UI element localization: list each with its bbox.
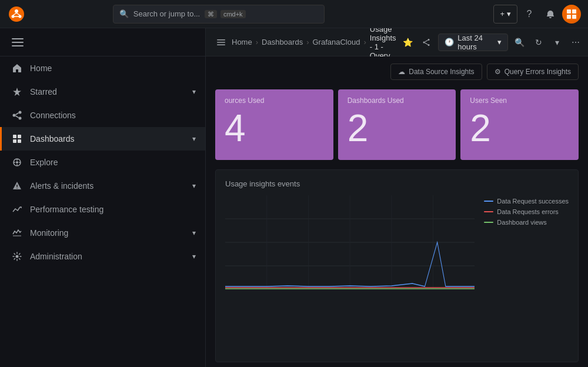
sidebar-item-home[interactable]: Home	[0, 56, 205, 80]
svg-point-22	[16, 161, 18, 164]
svg-rect-9	[572, 9, 576, 14]
dashboards-icon	[11, 133, 23, 145]
svg-point-35	[423, 41, 425, 43]
grafana-logo[interactable]	[7, 5, 26, 24]
sidebar-item-performance-label: Performance testing	[30, 205, 196, 214]
breadcrumb-grafana-cloud[interactable]: GrafanaCloud	[312, 38, 360, 46]
chart-legend: Data Request successes Data Requests err…	[484, 195, 569, 289]
svg-point-34	[428, 39, 430, 41]
legend-line-views	[484, 222, 493, 223]
svg-rect-11	[572, 15, 576, 19]
sidebar-item-administration-label: Administration	[30, 252, 185, 261]
new-chevron: ▾	[507, 9, 511, 18]
svg-point-1	[15, 9, 18, 13]
legend-label-views: Dashboard views	[497, 219, 546, 226]
topbar: 🔍 Search or jump to... ⌘ cmd+k + ▾ ?	[0, 0, 588, 28]
sidebar-item-home-label: Home	[30, 64, 196, 73]
svg-point-28	[16, 188, 17, 188]
stat-card-users-title: Users Seen	[470, 96, 507, 105]
query-errors-insights-label: Query Errors Insights	[505, 68, 571, 76]
hamburger-button[interactable]	[9, 34, 26, 51]
breadcrumb-home[interactable]: Home	[232, 38, 252, 46]
star-dashboard-button[interactable]: ⭐	[401, 34, 415, 51]
svg-line-16	[16, 116, 19, 118]
sidebar-item-starred-label: Starred	[30, 87, 185, 96]
svg-line-37	[425, 40, 428, 42]
refresh-dropdown[interactable]: ▾	[550, 34, 564, 51]
svg-rect-17	[13, 135, 16, 138]
hamburger-line-2	[12, 42, 24, 43]
svg-rect-32	[217, 42, 225, 43]
svg-rect-19	[13, 139, 16, 143]
svg-rect-18	[18, 135, 21, 138]
svg-rect-10	[567, 15, 571, 19]
sidebar: Home Starred ▾ Conne	[0, 28, 206, 367]
sidebar-item-administration[interactable]: Administration ▾	[0, 245, 205, 268]
chart-graph	[225, 195, 475, 289]
stat-card-sources-value: 4	[225, 109, 246, 147]
administration-chevron-icon: ▾	[192, 252, 196, 261]
sidebar-item-starred[interactable]: Starred ▾	[0, 80, 205, 104]
menu-icon[interactable]	[215, 36, 227, 48]
monitoring-chevron-icon: ▾	[192, 229, 196, 237]
svg-point-0	[9, 6, 24, 22]
connections-icon	[11, 109, 23, 121]
sidebar-item-monitoring[interactable]: Monitoring ▾	[0, 221, 205, 245]
more-options-button[interactable]: ⋯	[569, 34, 583, 51]
administration-icon	[11, 251, 23, 262]
help-button[interactable]: ?	[520, 5, 539, 24]
user-avatar[interactable]	[562, 5, 581, 24]
search-bar[interactable]: 🔍 Search or jump to... ⌘ cmd+k	[113, 5, 325, 24]
refresh-button[interactable]: ↻	[532, 34, 546, 51]
home-icon	[11, 62, 23, 74]
search-placeholder: Search or jump to...	[133, 9, 200, 18]
sidebar-item-connections-label: Connections	[30, 111, 196, 120]
svg-point-12	[13, 114, 16, 117]
subheader-actions: ⭐ 🕐 Last 24 hours ▾ 🔍 ↻	[401, 34, 588, 51]
chart-title: Usage insights events	[225, 179, 569, 188]
hamburger-line-1	[12, 38, 24, 39]
plus-icon: +	[500, 9, 505, 18]
star-icon	[11, 86, 23, 98]
svg-rect-31	[217, 39, 225, 41]
svg-rect-8	[567, 9, 571, 14]
time-picker[interactable]: 🕐 Last 24 hours ▾	[438, 34, 508, 51]
svg-point-30	[16, 255, 19, 258]
stat-card-users-value: 2	[470, 109, 491, 147]
breadcrumb-dashboards[interactable]: Dashboards	[262, 38, 303, 46]
sidebar-item-explore-label: Explore	[30, 158, 196, 167]
svg-rect-33	[217, 44, 225, 45]
time-picker-label: Last 24 hours	[457, 34, 494, 51]
sidebar-item-dashboards[interactable]: Dashboards ▾	[0, 127, 205, 151]
legend-line-successes	[484, 201, 493, 202]
cloud-icon: ☁	[398, 68, 405, 76]
stat-cards: ources Used 4 Dashboards Used 2 Users Se…	[206, 85, 588, 165]
monitoring-icon	[11, 227, 23, 239]
svg-point-13	[19, 111, 22, 114]
new-button[interactable]: + ▾	[493, 5, 517, 24]
notifications-button[interactable]	[541, 5, 560, 24]
stat-card-users: Users Seen 2	[460, 89, 579, 160]
data-source-insights-button[interactable]: ☁ Data Source Insights	[390, 64, 482, 80]
share-button[interactable]	[419, 34, 433, 51]
hamburger-line-3	[12, 45, 24, 46]
sidebar-item-performance[interactable]: Performance testing	[0, 198, 205, 221]
svg-rect-20	[18, 139, 21, 143]
sidebar-item-connections[interactable]: Connections	[0, 104, 205, 127]
legend-line-errors	[484, 211, 493, 212]
sidebar-item-alerts-label: Alerts & incidents	[30, 181, 185, 191]
starred-chevron-icon: ▾	[192, 88, 196, 96]
insight-nav: ☁ Data Source Insights ⚙ Query Errors In…	[206, 56, 588, 85]
sidebar-item-explore[interactable]: Explore	[0, 151, 205, 174]
breadcrumb-sep-2: ›	[306, 38, 309, 46]
search-shortcut: ⌘ cmd+k	[205, 9, 245, 18]
alerts-chevron-icon: ▾	[192, 182, 196, 190]
zoom-out-button[interactable]: 🔍	[513, 34, 527, 51]
stat-card-sources: ources Used 4	[215, 89, 333, 160]
stat-card-sources-title: ources Used	[225, 96, 264, 105]
query-icon: ⚙	[495, 68, 501, 76]
sidebar-item-dashboards-label: Dashboards	[30, 134, 185, 144]
stat-card-dashboards-value: 2	[348, 109, 369, 147]
query-errors-insights-button[interactable]: ⚙ Query Errors Insights	[487, 64, 579, 80]
sidebar-item-alerts[interactable]: Alerts & incidents ▾	[0, 174, 205, 198]
